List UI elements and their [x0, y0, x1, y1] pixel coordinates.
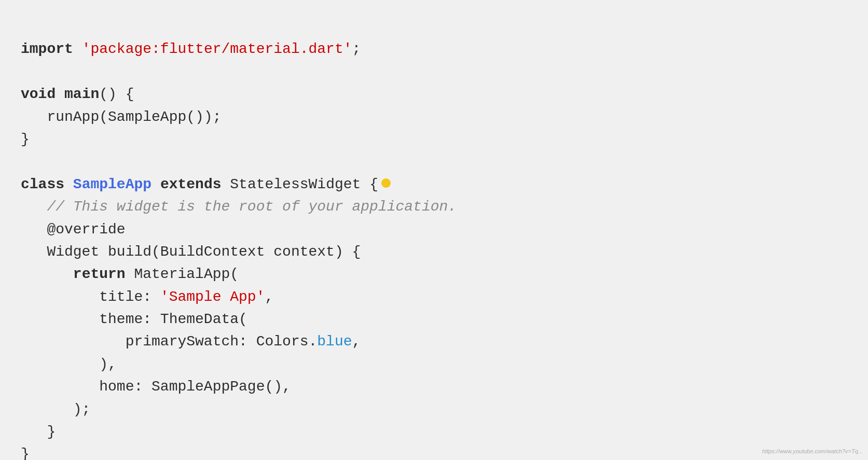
token-plain: () { — [99, 86, 134, 102]
code-editor: import 'package:flutter/material.dart';​… — [21, 16, 847, 460]
token-plain: title: — [21, 289, 160, 305]
token-plain: ), — [21, 356, 117, 372]
token-plain: Widget build(BuildContext context) { — [21, 244, 361, 260]
code-line: title: 'Sample App', — [21, 286, 847, 308]
token-comment: // This widget is the root of your appli… — [21, 199, 457, 215]
token-string-red: 'package:flutter/material.dart' — [82, 41, 352, 57]
token-plain: StatelessWidget { — [222, 176, 378, 192]
token-plain: , — [265, 289, 273, 305]
token-plain: primarySwatch: Colors. — [21, 333, 317, 350]
code-line: home: SampleAppPage(), — [21, 375, 847, 398]
token-plain: home: SampleAppPage(), — [21, 379, 291, 395]
token-kw-bold: return — [73, 266, 126, 282]
cursor-indicator — [381, 178, 391, 188]
token-kw-bold: class — [21, 176, 64, 192]
code-line: ), — [21, 353, 847, 375]
token-kw-bold: import — [21, 41, 73, 57]
token-plain — [21, 266, 73, 282]
code-line: class SampleApp extends StatelessWidget … — [21, 173, 847, 196]
code-line: // This widget is the root of your appli… — [21, 196, 847, 218]
code-line: ); — [21, 398, 847, 421]
code-line: void main() { — [21, 83, 847, 105]
code-line: ​ — [21, 61, 847, 83]
token-plain: @override — [21, 221, 126, 238]
code-line: runApp(SampleApp()); — [21, 106, 847, 128]
token-plain: MaterialApp( — [126, 266, 239, 282]
token-string-red: 'Sample App' — [160, 289, 265, 305]
token-plain: } — [21, 446, 30, 460]
code-line: } — [21, 421, 847, 443]
code-line: ​ — [21, 150, 847, 173]
token-class-name: SampleApp — [73, 176, 151, 192]
token-kw-bold: main — [64, 86, 99, 102]
token-plain — [56, 86, 64, 102]
code-line: } — [21, 128, 847, 150]
token-plain: runApp(SampleApp()); — [21, 109, 221, 125]
token-plain: ); — [21, 401, 90, 417]
token-plain: } — [21, 424, 56, 440]
token-kw-bold: extends — [160, 176, 222, 192]
code-line: import 'package:flutter/material.dart'; — [21, 38, 847, 60]
code-line: return MaterialApp( — [21, 263, 847, 285]
code-line: primarySwatch: Colors.blue, — [21, 330, 847, 353]
token-plain: } — [21, 131, 30, 147]
token-plain — [73, 41, 82, 57]
token-plain: ; — [352, 41, 361, 57]
code-line: Widget build(BuildContext context) { — [21, 241, 847, 263]
token-property-blue: blue — [317, 333, 352, 350]
token-plain — [64, 176, 73, 192]
code-line: } — [21, 443, 847, 460]
watermark: https://www.youtube.com/watch?v=Tq... — [762, 447, 863, 456]
token-plain: , — [352, 333, 361, 350]
code-line: @override — [21, 218, 847, 241]
token-plain: theme: ThemeData( — [21, 311, 247, 327]
token-kw-bold: void — [21, 86, 56, 102]
token-plain — [151, 176, 160, 192]
code-line: theme: ThemeData( — [21, 308, 847, 330]
